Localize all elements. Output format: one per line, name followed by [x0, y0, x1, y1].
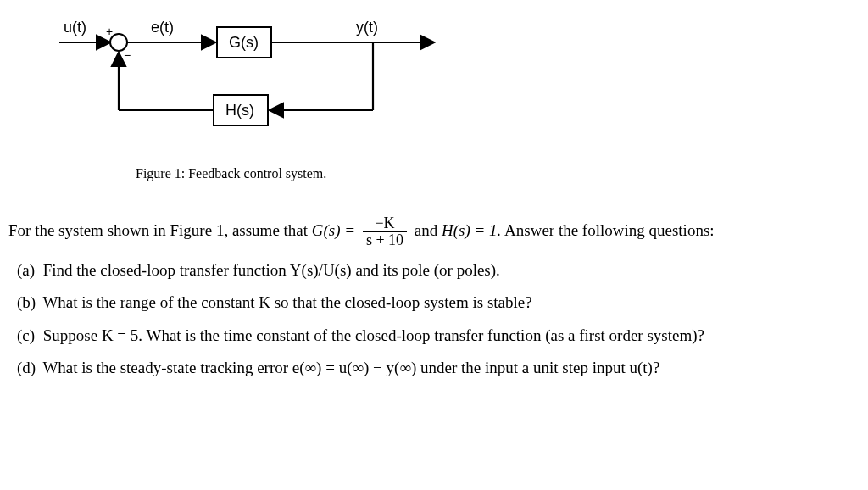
intro-text: For the system shown in Figure 1, assume… — [8, 215, 860, 248]
problem-statement: For the system shown in Figure 1, assume… — [8, 215, 860, 381]
diagram-svg: u(t) + − e(t) G(s) y(t) H(s) — [59, 17, 483, 153]
feedback-block-label: H(s) — [225, 102, 254, 119]
error-label: e(t) — [151, 19, 174, 36]
gs-lhs: G(s) = — [312, 221, 359, 239]
frac-numer: −K — [363, 215, 407, 231]
text-b: What is the range of the constant K so t… — [42, 293, 531, 311]
question-a: (a) Find the closed-loop transfer functi… — [17, 259, 860, 283]
frac-denom: s + 10 — [363, 231, 407, 248]
summer-plus: + — [106, 25, 113, 38]
summer-minus: − — [124, 48, 131, 62]
question-b: (b) What is the range of the constant K … — [17, 291, 860, 315]
intro-part2: and — [415, 221, 442, 239]
text-d: What is the steady-state tracking error … — [42, 359, 659, 376]
text-c: Suppose K = 5. What is the time constant… — [43, 326, 704, 344]
label-b: (b) — [17, 291, 39, 315]
gs-fraction: −K s + 10 — [363, 215, 407, 248]
figure-caption: Figure 1: Feedback control system. — [136, 166, 860, 181]
hs-value: H(s) = 1. — [442, 221, 501, 239]
text-a: Find the closed-loop transfer function Y… — [43, 261, 500, 279]
output-label: y(t) — [356, 19, 378, 36]
question-list: (a) Find the closed-loop transfer functi… — [8, 259, 860, 381]
block-diagram: u(t) + − e(t) G(s) y(t) H(s) — [59, 17, 860, 153]
question-d: (d) What is the steady-state tracking er… — [17, 356, 860, 381]
intro-part1: For the system shown in Figure 1, assume… — [8, 221, 312, 239]
question-c: (c) Suppose K = 5. What is the time cons… — [17, 324, 860, 348]
label-c: (c) — [17, 324, 39, 348]
forward-block-label: G(s) — [229, 34, 259, 51]
label-d: (d) — [17, 356, 39, 381]
intro-part3: Answer the following questions: — [504, 221, 715, 239]
label-a: (a) — [17, 259, 39, 283]
input-label: u(t) — [64, 19, 86, 36]
